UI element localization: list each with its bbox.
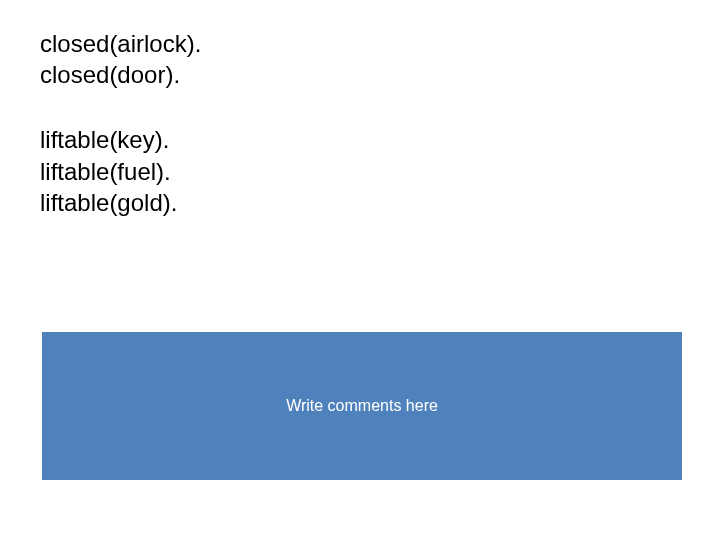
code-content: closed(airlock). closed(door). liftable(… [40,28,660,218]
code-line: closed(airlock). [40,28,660,59]
slide: closed(airlock). closed(door). liftable(… [0,0,720,540]
code-line: liftable(gold). [40,187,660,218]
comment-placeholder-text: Write comments here [286,397,438,415]
code-line: liftable(key). [40,124,660,155]
code-line: closed(door). [40,59,660,90]
blank-line [40,90,660,124]
code-line: liftable(fuel). [40,156,660,187]
comment-box[interactable]: Write comments here [42,332,682,480]
